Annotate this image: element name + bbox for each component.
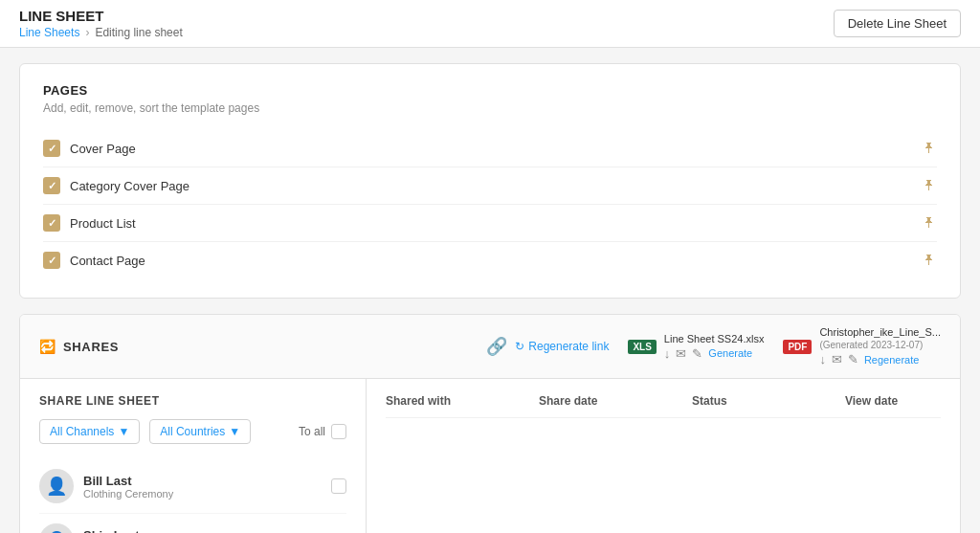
to-all-row: To all [299, 424, 346, 439]
cover-page-label: Cover Page [70, 142, 136, 156]
pages-subtitle: Add, edit, remove, sort the template pag… [43, 101, 937, 115]
shares-section: 🔁 SHARES 🔗 ↻ Regenerate link XLS Line Sh… [19, 314, 961, 533]
product-page-label: Product List [70, 216, 136, 231]
product-page-edit-icon[interactable]: 🖈 [922, 214, 937, 232]
page-item-cover: Cover Page 🖈 [43, 130, 937, 167]
contact-page-edit-icon[interactable]: 🖈 [922, 252, 937, 269]
breadcrumb-current: Editing line sheet [95, 26, 182, 39]
product-page-checkbox[interactable] [43, 214, 60, 232]
shares-icon: 🔁 [39, 339, 56, 354]
category-page-edit-icon[interactable]: 🖈 [922, 177, 937, 194]
xlsx-email-icon[interactable]: ✉ [676, 346, 686, 361]
contact-page-checkbox[interactable] [43, 252, 60, 269]
contact-row-bill: 👤 Bill Last Clothing Ceremony [39, 459, 346, 514]
breadcrumb: Line Sheets › Editing line sheet [19, 26, 183, 39]
delete-line-sheet-button[interactable]: Delete Line Sheet [834, 10, 961, 37]
shares-body: SHARE LINE SHEET All Channels ▼ All Coun… [20, 379, 960, 533]
share-left-panel: SHARE LINE SHEET All Channels ▼ All Coun… [20, 379, 367, 533]
xlsx-generate-button[interactable]: Generate [708, 347, 752, 359]
share-line-sheet-title: SHARE LINE SHEET [39, 394, 346, 408]
top-bar-left: LINE SHEET Line Sheets › Editing line sh… [19, 8, 183, 39]
xlsx-file-area: XLS Line Sheet SS24.xlsx ↓ ✉ ✎ Generate [628, 333, 764, 361]
pages-list: Cover Page 🖈 Category Cover Page 🖈 Produ… [43, 130, 937, 278]
avatar-bill: 👤 [39, 469, 74, 503]
contact-checkbox-bill[interactable] [331, 478, 346, 494]
shared-with-header: Shared with Share date Status View date [386, 394, 941, 418]
pages-section: PAGES Add, edit, remove, sort the templa… [19, 63, 961, 299]
col-status: Status [692, 394, 788, 408]
pdf-file-area: PDF Christopher_ike_Line_S... (Generated… [783, 326, 941, 366]
category-page-label: Category Cover Page [70, 179, 189, 193]
shares-title: SHARES [63, 340, 119, 354]
breadcrumb-separator: › [85, 26, 89, 39]
regenerate-icon: ↻ [515, 340, 524, 353]
cover-page-checkbox[interactable] [43, 140, 60, 157]
link-icon: 🔗 [486, 336, 507, 357]
xlsx-download-icon[interactable]: ↓ [664, 346, 671, 361]
regenerate-link-button[interactable]: ↻ Regenerate link [515, 340, 609, 353]
page-item-category: Category Cover Page 🖈 [43, 167, 937, 205]
pdf-generated-date: (Generated 2023-12-07) [819, 340, 941, 350]
pdf-download-icon[interactable]: ↓ [819, 352, 826, 366]
contact-name-bill: Bill Last [83, 474, 173, 488]
main-content: PAGES Add, edit, remove, sort the templa… [0, 48, 980, 533]
page-item-contact: Contact Page 🖈 [43, 242, 937, 278]
all-channels-filter[interactable]: All Channels ▼ [39, 419, 140, 444]
category-page-checkbox[interactable] [43, 177, 60, 194]
shares-actions: 🔗 ↻ Regenerate link XLS Line Sheet SS24.… [486, 326, 941, 366]
regenerate-label: Regenerate link [528, 340, 609, 353]
cover-page-edit-icon[interactable]: 🖈 [922, 140, 937, 157]
pdf-regenerate-button[interactable]: Regenerate [864, 354, 920, 366]
page-item-product: Product List 🖈 [43, 205, 937, 242]
chevron-down-icon2: ▼ [229, 425, 240, 438]
to-all-checkbox[interactable] [331, 424, 346, 439]
col-share-date: Share date [539, 394, 635, 408]
pages-title: PAGES [43, 83, 937, 98]
pdf-edit-icon[interactable]: ✎ [848, 352, 858, 366]
xlsx-filename: Line Sheet SS24.xlsx [664, 333, 765, 344]
all-countries-filter[interactable]: All Countries ▼ [149, 419, 251, 444]
contact-name-ship: Ship Last [83, 528, 173, 534]
chevron-down-icon: ▼ [118, 425, 129, 438]
page-title: LINE SHEET [19, 8, 183, 24]
to-all-label: To all [299, 425, 325, 438]
pdf-filename: Christopher_ike_Line_S... [819, 326, 941, 338]
xlsx-icon: XLS [628, 340, 656, 354]
top-bar: LINE SHEET Line Sheets › Editing line sh… [0, 0, 980, 48]
share-right-panel: Shared with Share date Status View date [367, 379, 960, 533]
filter-row: All Channels ▼ All Countries ▼ To all [39, 419, 346, 444]
col-view-date: View date [845, 394, 941, 408]
contact-company-bill: Clothing Ceremony [83, 488, 173, 500]
shares-header: 🔁 SHARES 🔗 ↻ Regenerate link XLS Line Sh… [20, 315, 960, 379]
pdf-email-icon[interactable]: ✉ [832, 352, 842, 366]
avatar-ship: 👤 [39, 523, 74, 533]
xlsx-edit-icon[interactable]: ✎ [692, 346, 702, 361]
breadcrumb-link[interactable]: Line Sheets [19, 26, 79, 39]
col-shared-with: Shared with [386, 394, 481, 408]
contact-page-label: Contact Page [70, 254, 145, 268]
pdf-icon: PDF [783, 340, 812, 354]
contact-row-ship: 👤 Ship Last Clothing Ceremony [39, 514, 346, 533]
